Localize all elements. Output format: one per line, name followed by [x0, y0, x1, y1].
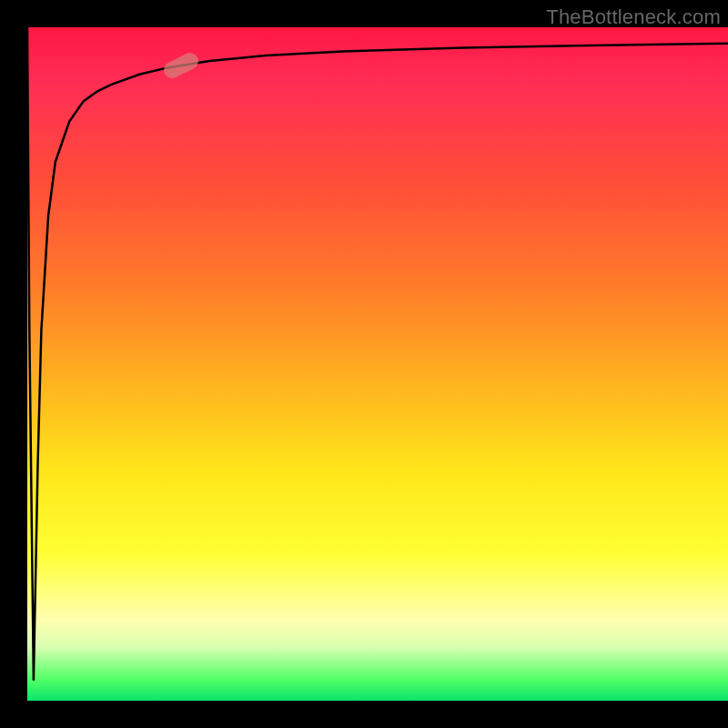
bottleneck-curve: [27, 27, 728, 701]
plot-area: [27, 27, 728, 701]
curve-path: [27, 27, 728, 681]
chart-frame: TheBottleneck.com: [0, 0, 728, 728]
watermark-text: TheBottleneck.com: [546, 5, 721, 29]
